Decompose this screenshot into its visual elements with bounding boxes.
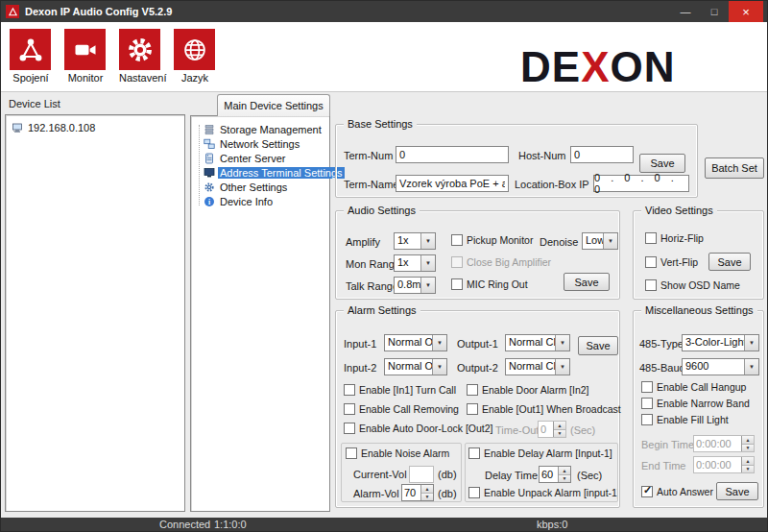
close-big-amplifier-checkbox: Close Big Amplifier [451, 256, 551, 268]
base-settings-title: Base Settings [344, 118, 417, 130]
misc-save-button[interactable]: Save [716, 482, 758, 500]
dropdown-arrow-icon [603, 233, 617, 249]
info-icon: i [204, 196, 215, 207]
denoise-select[interactable]: Low [582, 232, 618, 250]
host-num-input[interactable] [570, 146, 634, 163]
output1-select[interactable]: Normal Close [505, 334, 570, 351]
other-settings-icon [204, 181, 215, 193]
toolbar-button-jazyk[interactable]: Jazyk [174, 29, 216, 84]
app-window: Dexon IP Audio Config V5.2.9 — □ × Spoje… [0, 0, 768, 532]
end-time-label: End Time [641, 460, 685, 472]
talk-range-select[interactable]: 0.8m [394, 277, 436, 294]
miscellaneous-settings-title: Miscellaneous Settings [641, 304, 757, 316]
dexon-logo: DEXON [520, 46, 675, 88]
connection-icon [10, 29, 51, 70]
minimize-button[interactable]: — [671, 1, 700, 22]
toolbar-button-monitor[interactable]: Monitor [64, 29, 107, 84]
device-list-panel: 192.168.0.108 [5, 114, 185, 512]
toolbar-button-label: Spojení [10, 72, 52, 84]
device-item[interactable]: 192.168.0.108 [6, 120, 184, 134]
spinner-up-icon [559, 467, 570, 475]
horiz-flip-checkbox[interactable]: Horiz-Flip [645, 232, 704, 244]
enable-narrow-band-checkbox[interactable]: Enable Narrow Band [641, 398, 750, 409]
amplify-select[interactable]: 1x [394, 232, 436, 250]
mic-ring-out-checkbox[interactable]: MIC Ring Out [451, 278, 528, 290]
time-out-unit: (Sec) [570, 424, 595, 436]
checkbox-label: Show OSD Name [660, 279, 740, 291]
input2-select[interactable]: Normal Open [384, 358, 447, 375]
alarm-vol-unit: (db) [438, 488, 457, 499]
gear-icon [119, 29, 160, 70]
alarm-save-button[interactable]: Save [578, 336, 618, 355]
auto-answer-checkbox[interactable]: Auto Answer [641, 486, 713, 497]
toolbar: Spojení Monitor Nastavení Jazyk DEXON [1, 22, 767, 92]
enable-unpack-alarm-checkbox[interactable]: Enable Unpack Alarm [input-1] [468, 487, 618, 498]
checkbox-box [344, 423, 355, 434]
app-icon [6, 5, 19, 18]
show-osd-name-checkbox[interactable]: Show OSD Name [645, 279, 740, 291]
status-connected: Connected [159, 519, 210, 530]
term-num-input[interactable] [396, 146, 509, 163]
enable-door-alarm-in2-checkbox[interactable]: Enable Door Alarm [In2] [467, 384, 588, 396]
begin-time-spinner: 0:00:00 [693, 435, 755, 452]
batch-set-button[interactable]: Batch Set [705, 157, 764, 179]
tab-main-device-settings[interactable]: Main Device Settings [217, 94, 330, 116]
checkbox-label: Enable Fill Light [657, 414, 729, 425]
enable-noise-alarm-checkbox[interactable]: Enable Noise Alarm [346, 447, 449, 459]
app-icon-glyph [8, 7, 18, 17]
485-baud-select[interactable]: 9600 [682, 358, 759, 375]
tree-item-center-server[interactable]: Center Server [191, 151, 329, 165]
talk-range-label: Talk Range [346, 280, 398, 292]
pickup-monitor-checkbox[interactable]: Pickup Monitor [451, 234, 533, 246]
amplify-label: Amplify [346, 236, 380, 248]
base-save-button[interactable]: Save [639, 154, 685, 173]
dropdown-arrow-icon [420, 278, 435, 293]
maximize-button[interactable]: □ [700, 1, 729, 22]
audio-save-button[interactable]: Save [564, 273, 610, 291]
term-name-input[interactable] [396, 175, 509, 192]
device-list-header: Device List [9, 98, 60, 109]
server-icon [204, 153, 215, 164]
toolbar-button-spojeni[interactable]: Spojení [10, 29, 52, 84]
enable-call-hangup-checkbox[interactable]: Enable Call Hangup [641, 381, 746, 393]
checkbox-box [645, 256, 657, 268]
alarm-vol-spinner[interactable]: 70 [401, 484, 434, 501]
delay-time-spinner[interactable]: 60 [539, 466, 571, 483]
dropdown-arrow-icon [420, 255, 435, 271]
enable-call-removing-checkbox[interactable]: Enable Call Removing [344, 403, 459, 415]
tree-item-device-info[interactable]: i Device Info [191, 194, 329, 208]
video-save-button[interactable]: Save [708, 253, 751, 271]
spinner-down-icon [742, 466, 754, 473]
dropdown-arrow-icon [555, 359, 569, 375]
tree-item-other-settings[interactable]: Other Settings [191, 180, 329, 194]
video-settings-title: Video Settings [641, 205, 717, 216]
tree-item-storage-management[interactable]: Storage Management [191, 122, 329, 136]
enable-auto-door-lock-out2-checkbox[interactable]: Enable Auto Door-Lock [Out2] [344, 423, 493, 434]
enable-delay-alarm-checkbox[interactable]: Enable Delay Alarm [Input-1] [468, 447, 612, 459]
485-type-select[interactable]: 3-Color-Light [682, 334, 759, 351]
tree-item-network-settings[interactable]: Network Settings [191, 136, 329, 151]
tree-item-address-terminal-settings[interactable]: Address Terminal Settings [191, 165, 329, 180]
enable-out1-when-broadcast-checkbox[interactable]: Enable [Out1] When Broadcast [467, 403, 621, 415]
input1-label: Input-1 [344, 338, 376, 350]
location-box-ip-input[interactable]: 0 . 0 . 0 . 0 [593, 175, 689, 192]
checkbox-box [467, 384, 478, 396]
term-name-label: Term-Name [344, 179, 398, 190]
output2-label: Output-2 [457, 362, 498, 374]
enable-fill-light-checkbox[interactable]: Enable Fill Light [641, 414, 729, 425]
close-button[interactable]: × [729, 1, 763, 22]
checkbox-box [641, 398, 653, 409]
toolbar-button-nastaveni[interactable]: Nastavení [119, 29, 161, 84]
camera-icon [64, 29, 106, 70]
dropdown-arrow-icon [420, 233, 435, 249]
mon-range-select[interactable]: 1x [394, 254, 436, 272]
checkbox-label: Enable Narrow Band [657, 398, 750, 409]
output2-select[interactable]: Normal Close [505, 358, 570, 375]
enable-in1-turn-call-checkbox[interactable]: Enable [In1] Turn Call [344, 384, 456, 396]
checkbox-label: MIC Ring Out [467, 278, 528, 290]
spinner-down-icon [554, 430, 565, 438]
spinner-buttons[interactable] [558, 467, 570, 482]
input1-select[interactable]: Normal Open [384, 334, 447, 351]
vert-flip-checkbox[interactable]: Vert-Flip [645, 256, 698, 268]
spinner-buttons[interactable] [420, 485, 433, 500]
